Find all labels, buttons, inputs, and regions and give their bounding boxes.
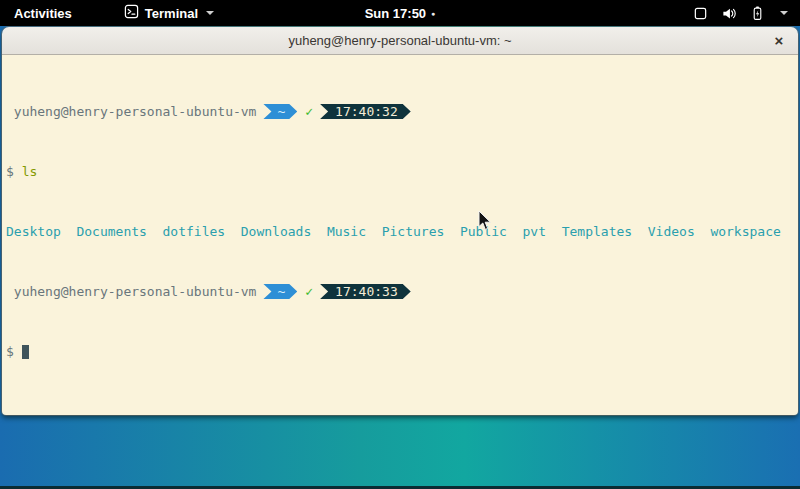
ls-output: Desktop Documents dotfiles Downloads Mus… <box>6 224 794 239</box>
terminal-app-icon <box>124 4 139 22</box>
activities-button[interactable]: Activities <box>0 0 86 26</box>
gnome-top-bar: Activities Terminal Sun 17:50 ● <box>0 0 800 26</box>
terminal-cursor <box>22 345 30 359</box>
directory-entry: Desktop <box>6 224 61 239</box>
directory-entry: Documents <box>76 224 146 239</box>
prompt-dollar: $ <box>6 344 14 359</box>
notification-dot: ● <box>431 10 435 17</box>
window-title-bar[interactable]: yuheng@henry-personal-ubuntu-vm: ~ × <box>2 27 798 55</box>
typed-command: ls <box>22 164 38 179</box>
chevron-down-icon <box>206 11 214 15</box>
command-line: $ ls <box>6 164 794 179</box>
clock-button[interactable]: Sun 17:50 ● <box>355 0 446 26</box>
terminal-window: yuheng@henry-personal-ubuntu-vm: ~ × yuh… <box>2 27 798 415</box>
directory-entry: Videos <box>648 224 695 239</box>
directory-entry: dotfiles <box>163 224 226 239</box>
chevron-down-icon <box>780 11 788 15</box>
app-menu-terminal[interactable]: Terminal <box>114 0 224 26</box>
prompt-status-check: ✓ <box>305 284 313 299</box>
prompt-time-segment: 17:40:32 <box>320 104 411 119</box>
directory-entry: Pictures <box>382 224 445 239</box>
activities-label: Activities <box>14 6 72 21</box>
prompt-time-segment: 17:40:33 <box>320 284 411 299</box>
directory-entry: Templates <box>562 224 632 239</box>
directory-entry: Public <box>460 224 507 239</box>
prompt-line-2: yuheng@henry-personal-ubuntu-vm ~ ✓ 17:4… <box>6 284 794 299</box>
prompt-user-host: yuheng@henry-personal-ubuntu-vm <box>14 284 257 299</box>
prompt-status-check: ✓ <box>305 104 313 119</box>
desktop: Activities Terminal Sun 17:50 ● <box>0 0 800 489</box>
system-status-menu[interactable] <box>681 0 800 26</box>
app-menu-label: Terminal <box>145 6 198 21</box>
directory-entry: Downloads <box>241 224 311 239</box>
terminal-content[interactable]: yuheng@henry-personal-ubuntu-vm ~ ✓ 17:4… <box>2 55 798 415</box>
prompt-directory-segment: ~ <box>263 284 297 299</box>
directory-entry: workspace <box>710 224 780 239</box>
battery-icon <box>750 5 765 21</box>
window-title: yuheng@henry-personal-ubuntu-vm: ~ <box>288 33 511 48</box>
prompt-dollar: $ <box>6 164 14 179</box>
volume-icon <box>721 6 737 21</box>
display-icon <box>693 6 708 21</box>
prompt-user-host: yuheng@henry-personal-ubuntu-vm <box>14 104 257 119</box>
prompt-line-1: yuheng@henry-personal-ubuntu-vm ~ ✓ 17:4… <box>6 104 794 119</box>
input-line: $ <box>6 344 794 359</box>
prompt-directory-segment: ~ <box>263 104 297 119</box>
clock-label: Sun 17:50 <box>365 6 426 21</box>
close-button[interactable]: × <box>766 27 792 54</box>
directory-entry: Music <box>327 224 366 239</box>
directory-entry: pvt <box>523 224 546 239</box>
